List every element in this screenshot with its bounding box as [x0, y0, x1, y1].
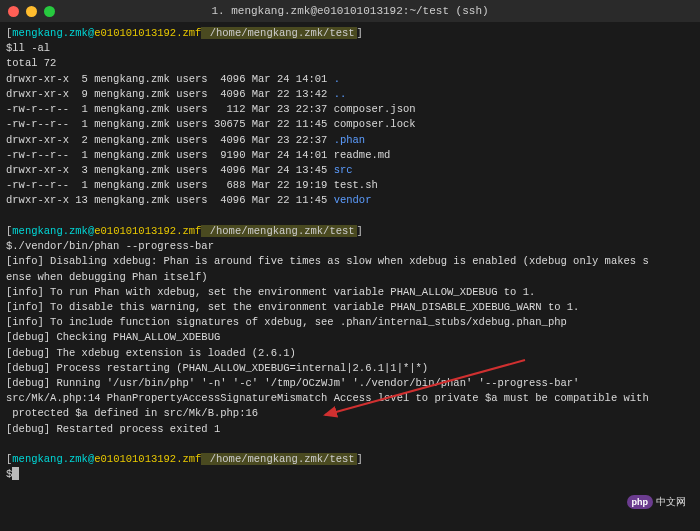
phan-output-line: [info] To include function signatures of…: [6, 315, 694, 330]
command-phan: $./vendor/bin/phan --progress-bar: [6, 239, 694, 254]
ls-row: drwxr-xr-x 2 mengkang.zmk users 4096 Mar…: [6, 133, 694, 148]
cursor-icon: [12, 467, 19, 480]
prompt-line: [mengkang.zmk@e010101013192.zmf /home/me…: [6, 26, 694, 41]
phan-output-line: [info] To disable this warning, set the …: [6, 300, 694, 315]
watermark-text: 中文网: [656, 495, 686, 509]
prompt-user: mengkang.zmk: [12, 27, 88, 39]
window-title: 1. mengkang.zmk@e010101013192:~/test (ss…: [211, 5, 488, 17]
prompt-path: /home/mengkang.zmk/test: [201, 27, 356, 39]
ls-row: drwxr-xr-x 5 mengkang.zmk users 4096 Mar…: [6, 72, 694, 87]
ls-row: -rw-r--r-- 1 mengkang.zmk users 30675 Ma…: [6, 117, 694, 132]
ls-row: -rw-r--r-- 1 mengkang.zmk users 688 Mar …: [6, 178, 694, 193]
command-ll: $ll -al: [6, 41, 694, 56]
phan-output-line: ense when debugging Phan itself): [6, 270, 694, 285]
ls-row: drwxr-xr-x 9 mengkang.zmk users 4096 Mar…: [6, 87, 694, 102]
watermark-badge: php: [627, 495, 654, 509]
ls-row: -rw-r--r-- 1 mengkang.zmk users 112 Mar …: [6, 102, 694, 117]
svg-line-0: [325, 360, 525, 415]
blank-line: [6, 437, 694, 452]
title-bar: 1. mengkang.zmk@e010101013192:~/test (ss…: [0, 0, 700, 22]
ls-row: drwxr-xr-x 13 mengkang.zmk users 4096 Ma…: [6, 193, 694, 208]
prompt-host: e010101013192.zmf: [94, 27, 201, 39]
maximize-icon[interactable]: [44, 6, 55, 17]
blank-line: [6, 209, 694, 224]
close-icon[interactable]: [8, 6, 19, 17]
phan-output-line: [info] Disabling xdebug: Phan is around …: [6, 254, 694, 269]
ls-total: total 72: [6, 56, 694, 71]
annotation-arrow-icon: [315, 355, 535, 425]
ls-row: -rw-r--r-- 1 mengkang.zmk users 9190 Mar…: [6, 148, 694, 163]
watermark: php 中文网: [627, 495, 687, 509]
prompt-line: [mengkang.zmk@e010101013192.zmf /home/me…: [6, 224, 694, 239]
minimize-icon[interactable]: [26, 6, 37, 17]
window-controls: [8, 6, 55, 17]
phan-output-line: [debug] Checking PHAN_ALLOW_XDEBUG: [6, 330, 694, 345]
prompt-line: [mengkang.zmk@e010101013192.zmf /home/me…: [6, 452, 694, 467]
ls-row: drwxr-xr-x 3 mengkang.zmk users 4096 Mar…: [6, 163, 694, 178]
phan-output-line: [info] To run Phan with xdebug, set the …: [6, 285, 694, 300]
cursor-line[interactable]: $: [6, 467, 694, 482]
